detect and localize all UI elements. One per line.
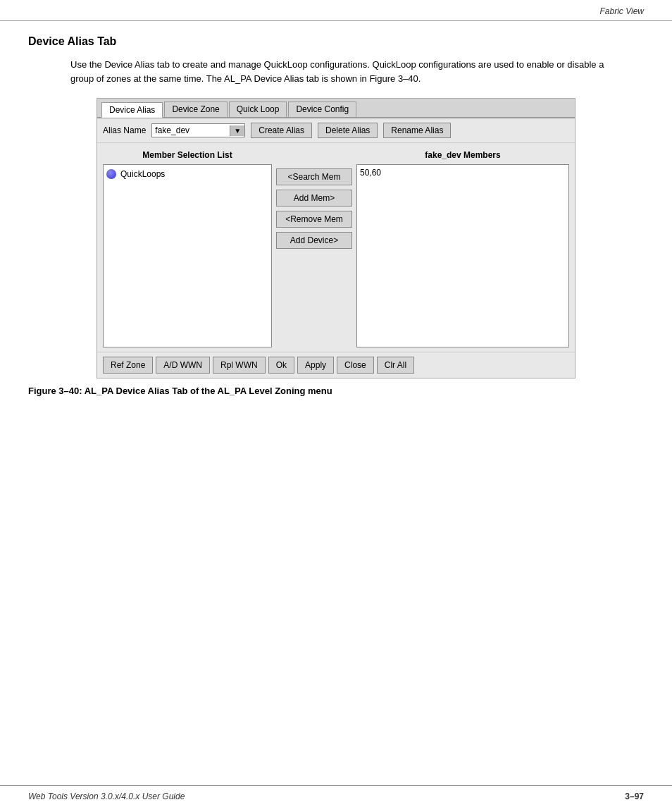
figure-box: Device Alias Device Zone Quick Loop Devi… bbox=[97, 98, 575, 378]
tabs-bar: Device Alias Device Zone Quick Loop Devi… bbox=[97, 99, 575, 118]
alias-dropdown-arrow[interactable]: ▼ bbox=[230, 125, 244, 136]
apply-button[interactable]: Apply bbox=[297, 357, 334, 374]
add-mem-button[interactable]: Add Mem> bbox=[276, 190, 352, 207]
members-list[interactable]: 50,60 bbox=[356, 164, 569, 347]
tab-device-zone[interactable]: Device Zone bbox=[164, 101, 227, 117]
right-panel: fake_dev Members 50,60 bbox=[356, 147, 569, 347]
alias-name-label: Alias Name bbox=[103, 125, 146, 135]
tab-device-alias[interactable]: Device Alias bbox=[101, 102, 163, 118]
footer: Web Tools Version 3.0.x/4.0.x User Guide… bbox=[0, 785, 672, 807]
clr-all-button[interactable]: Clr All bbox=[377, 357, 414, 374]
header-bar: Fabric View bbox=[0, 0, 672, 21]
ad-wwn-button[interactable]: A/D WWN bbox=[156, 357, 210, 374]
ref-zone-button[interactable]: Ref Zone bbox=[103, 357, 153, 374]
alias-name-row: Alias Name ▼ Create Alias Delete Alias R… bbox=[97, 118, 575, 143]
bottom-buttons-row: Ref Zone A/D WWN Rpl WWN Ok Apply Close … bbox=[97, 352, 575, 378]
member-selection-title: Member Selection List bbox=[103, 147, 272, 164]
page-container: Fabric View Device Alias Tab Use the Dev… bbox=[0, 0, 672, 807]
rpl-wwn-button[interactable]: Rpl WWN bbox=[213, 357, 266, 374]
footer-left: Web Tools Version 3.0.x/4.0.x User Guide bbox=[28, 791, 185, 801]
ok-button[interactable]: Ok bbox=[268, 357, 294, 374]
footer-right: 3–97 bbox=[625, 791, 644, 801]
section-title: Device Alias Tab bbox=[28, 35, 644, 48]
add-device-button[interactable]: Add Device> bbox=[276, 232, 352, 249]
quickloop-icon bbox=[106, 169, 116, 179]
figure-caption: Figure 3–40: AL_PA Device Alias Tab of t… bbox=[28, 386, 644, 396]
panels-area: Member Selection List QuickLoops <Search… bbox=[97, 143, 575, 352]
delete-alias-button[interactable]: Delete Alias bbox=[318, 123, 378, 138]
header-title: Fabric View bbox=[600, 6, 644, 16]
middle-buttons: <Search Mem Add Mem> <Remove Mem Add Dev… bbox=[272, 147, 356, 347]
main-content: Device Alias Tab Use the Device Alias ta… bbox=[0, 21, 672, 438]
alias-select-wrapper[interactable]: ▼ bbox=[151, 123, 245, 137]
rename-alias-button[interactable]: Rename Alias bbox=[383, 123, 451, 138]
list-item[interactable]: QuickLoops bbox=[106, 168, 268, 180]
search-mem-button[interactable]: <Search Mem bbox=[276, 168, 352, 185]
remove-mem-button[interactable]: <Remove Mem bbox=[276, 211, 352, 228]
members-value: 50,60 bbox=[360, 168, 381, 178]
members-title: fake_dev Members bbox=[356, 147, 569, 164]
left-panel: Member Selection List QuickLoops bbox=[103, 147, 272, 347]
member-selection-list[interactable]: QuickLoops bbox=[103, 164, 272, 347]
quickloop-label: QuickLoops bbox=[120, 169, 165, 179]
create-alias-button[interactable]: Create Alias bbox=[251, 123, 312, 138]
close-button[interactable]: Close bbox=[337, 357, 374, 374]
tab-device-config[interactable]: Device Config bbox=[288, 101, 356, 117]
alias-name-input[interactable] bbox=[152, 124, 230, 137]
tab-quick-loop[interactable]: Quick Loop bbox=[229, 101, 287, 117]
section-description: Use the Device Alias tab to create and m… bbox=[70, 58, 630, 85]
